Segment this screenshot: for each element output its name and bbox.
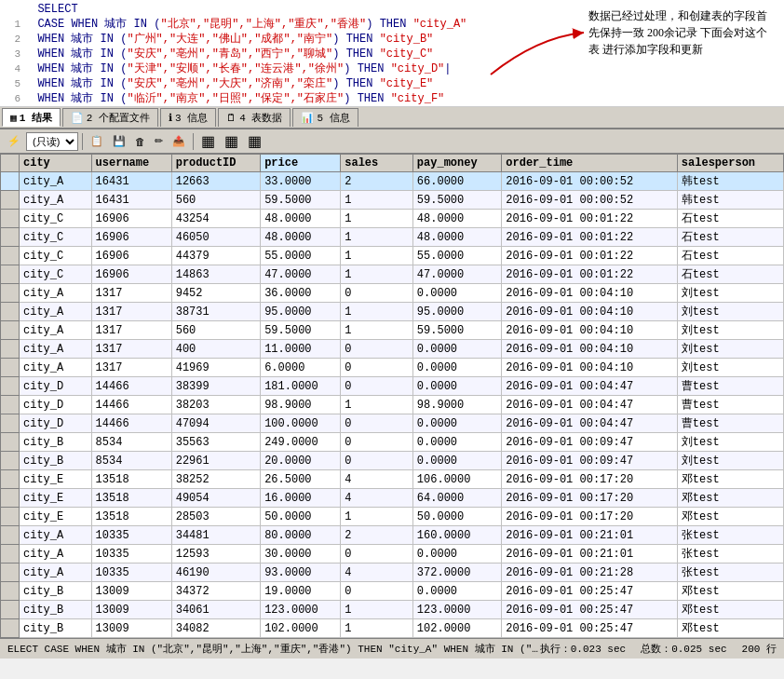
- col-ordertime[interactable]: order_time: [502, 155, 678, 172]
- cell-order-time: 2016-09-01 00:25:47: [502, 619, 678, 638]
- col-sales[interactable]: sales: [341, 155, 413, 172]
- cell-row-num: [1, 619, 20, 638]
- table-row[interactable]: city_E135183825226.50004106.00002016-09-…: [1, 470, 784, 489]
- cell-pay-money: 64.0000: [412, 489, 501, 508]
- cell-username: 1317: [91, 303, 171, 321]
- table-row[interactable]: city_D1446647094100.000000.00002016-09-0…: [1, 414, 784, 433]
- cell-order-time: 2016-09-01 00:01:22: [502, 265, 678, 284]
- tab-info5[interactable]: 📊 5 信息: [292, 108, 358, 127]
- cell-sales: 2: [341, 172, 413, 191]
- toolbar-sep-1: [82, 133, 83, 150]
- cell-salesperson: 刘test: [677, 359, 783, 377]
- table-row[interactable]: city_A13173873195.0000195.00002016-09-01…: [1, 303, 784, 321]
- cell-city: city_A: [20, 172, 92, 191]
- col-city[interactable]: city: [20, 155, 92, 172]
- cell-order-time: 2016-09-01 00:04:47: [502, 377, 678, 396]
- readonly-select[interactable]: (只读): [26, 132, 78, 151]
- table-row[interactable]: city_B853435563249.000000.00002016-09-01…: [1, 433, 784, 452]
- col-paymoney[interactable]: pay_money: [412, 155, 501, 172]
- tab-tabledata[interactable]: 🗒 4 表数据: [218, 108, 291, 127]
- table-row[interactable]: city_A131740011.000000.00002016-09-01 00…: [1, 340, 784, 359]
- toolbar-btn-grid2[interactable]: ▦: [221, 132, 242, 151]
- cell-price: 19.0000: [261, 582, 341, 601]
- toolbar-btn-edit[interactable]: ✏: [151, 132, 167, 151]
- cell-row-num: [1, 582, 20, 601]
- toolbar-btn-delete[interactable]: 🗑: [131, 132, 149, 151]
- cell-salesperson: 邓test: [677, 619, 783, 638]
- table-row[interactable]: city_A1317945236.000000.00002016-09-01 0…: [1, 284, 784, 303]
- tab-results[interactable]: ▦ 1 结果: [2, 108, 61, 127]
- cell-pay-money: 0.0000: [412, 340, 501, 359]
- table-row[interactable]: city_A103353448180.00002160.00002016-09-…: [1, 526, 784, 545]
- toolbar-sep-2: [193, 133, 194, 150]
- cell-sales: 0: [341, 284, 413, 303]
- cell-city: city_B: [20, 452, 92, 470]
- cell-pay-money: 47.0000: [412, 265, 501, 284]
- cell-city: city_C: [20, 265, 92, 284]
- cell-price: 30.0000: [261, 545, 341, 564]
- table-row[interactable]: city_C169064605048.0000148.00002016-09-0…: [1, 228, 784, 247]
- cell-username: 14466: [91, 396, 171, 414]
- table-row[interactable]: city_A131756059.5000159.50002016-09-01 0…: [1, 321, 784, 340]
- cell-city: city_D: [20, 396, 92, 414]
- cell-username: 14466: [91, 414, 171, 433]
- sql-text-6: WHEN 城市 IN ("临沂","南京","日照","保定","石家庄") T…: [24, 91, 444, 106]
- toolbar-btn-save[interactable]: 💾: [109, 132, 129, 151]
- tab-info3[interactable]: ℹ 3 信息: [160, 108, 216, 127]
- table-row[interactable]: city_C169064437955.0000155.00002016-09-0…: [1, 247, 784, 265]
- table-row[interactable]: city_D1446638399181.000000.00002016-09-0…: [1, 377, 784, 396]
- cell-price: 100.0000: [261, 414, 341, 433]
- cell-sales: 1: [341, 191, 413, 210]
- table-row[interactable]: city_B1300934061123.00001123.00002016-09…: [1, 601, 784, 619]
- toolbar-btn-grid1[interactable]: ▦: [197, 132, 219, 151]
- col-salesperson[interactable]: salesperson: [677, 155, 783, 172]
- cell-order-time: 2016-09-01 00:00:52: [502, 172, 678, 191]
- table-row[interactable]: city_B85342296120.000000.00002016-09-01 …: [1, 452, 784, 470]
- table-row[interactable]: city_C169064325448.0000148.00002016-09-0…: [1, 210, 784, 228]
- col-price[interactable]: price: [261, 155, 341, 172]
- results-table-container[interactable]: city username productID price sales pay_…: [0, 154, 784, 638]
- tab-config-label: 2 个配置文件: [87, 111, 150, 125]
- cell-pay-money: 0.0000: [412, 414, 501, 433]
- cell-salesperson: 石test: [677, 247, 783, 265]
- cell-order-time: 2016-09-01 00:04:10: [502, 303, 678, 321]
- toolbar-btn-export[interactable]: 📤: [169, 132, 189, 151]
- cell-city: city_C: [20, 228, 92, 247]
- sql-editor[interactable]: SELECT 1 CASE WHEN 城市 IN ("北京","昆明","上海"…: [0, 0, 784, 107]
- cell-pay-money: 98.9000: [412, 396, 501, 414]
- table-row[interactable]: city_A1317419696.000000.00002016-09-01 0…: [1, 359, 784, 377]
- cell-salesperson: 邓test: [677, 582, 783, 601]
- cell-productid: 38203: [171, 396, 260, 414]
- cell-productid: 560: [171, 321, 260, 340]
- tab-info5-label: 5 信息: [317, 111, 349, 125]
- cell-username: 10335: [91, 545, 171, 564]
- table-row[interactable]: city_E135184905416.0000464.00002016-09-0…: [1, 489, 784, 508]
- tab-tabledata-label: 4 表数据: [239, 111, 282, 125]
- cell-price: 102.0000: [261, 619, 341, 638]
- cell-productid: 560: [171, 191, 260, 210]
- table-row[interactable]: city_A103351259330.000000.00002016-09-01…: [1, 545, 784, 564]
- table-row[interactable]: city_B130093437219.000000.00002016-09-01…: [1, 582, 784, 601]
- sql-text-3: WHEN 城市 IN ("安庆","亳州","青岛","西宁","聊城") TH…: [24, 47, 433, 61]
- col-productid[interactable]: productID: [171, 155, 260, 172]
- cell-sales: 1: [341, 601, 413, 619]
- table-row[interactable]: city_A1643156059.5000159.50002016-09-01 …: [1, 191, 784, 210]
- table-row[interactable]: city_B1300934082102.00001102.00002016-09…: [1, 619, 784, 638]
- tab-config[interactable]: 📄 2 个配置文件: [62, 108, 158, 127]
- cell-order-time: 2016-09-01 00:25:47: [502, 601, 678, 619]
- cell-row-num: [1, 340, 20, 359]
- sql-line-5: 5 WHEN 城市 IN ("安庆","亳州","大庆","济南","栾庄") …: [4, 76, 780, 91]
- toolbar-btn-grid3[interactable]: ▦: [244, 132, 265, 151]
- cell-row-num: [1, 210, 20, 228]
- toolbar-btn-exec[interactable]: ⚡: [4, 132, 24, 151]
- cell-sales: 2: [341, 526, 413, 545]
- table-row[interactable]: city_C169061486347.0000147.00002016-09-0…: [1, 265, 784, 284]
- table-row[interactable]: city_A164311266333.0000266.00002016-09-0…: [1, 172, 784, 191]
- cell-price: 16.0000: [261, 489, 341, 508]
- table-row[interactable]: city_E135182850350.0000150.00002016-09-0…: [1, 508, 784, 526]
- table-row[interactable]: city_A103354619093.00004372.00002016-09-…: [1, 564, 784, 582]
- cell-username: 13009: [91, 582, 171, 601]
- table-row[interactable]: city_D144663820398.9000198.90002016-09-0…: [1, 396, 784, 414]
- col-username[interactable]: username: [91, 155, 171, 172]
- toolbar-btn-copy[interactable]: 📋: [87, 132, 107, 151]
